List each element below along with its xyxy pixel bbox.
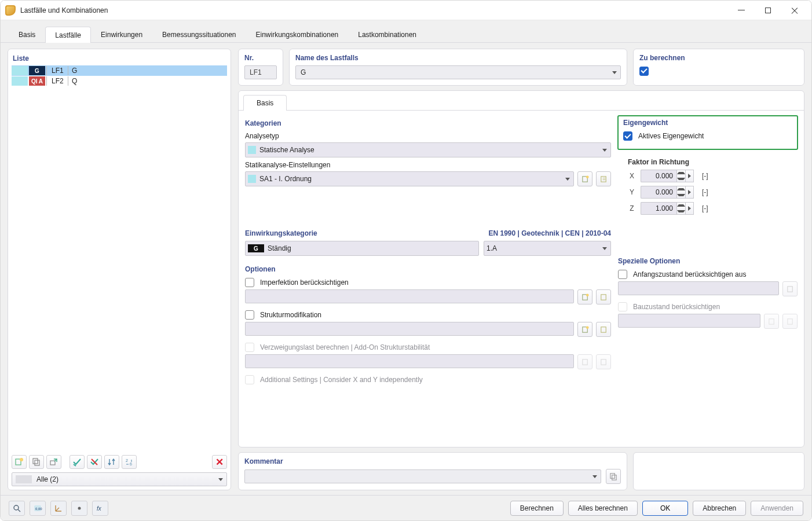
footer-axes-button[interactable] [50, 501, 67, 516]
checkbox[interactable] [245, 310, 254, 320]
detail-panel: Nr. LF1 Name des Lastfalls G Zu berechne… [238, 49, 804, 490]
nr-heading: Nr. [244, 53, 277, 65]
ek-category-dropdown[interactable]: G Ständig [245, 241, 479, 256]
list-row[interactable]: QI A LF2 Q [12, 76, 227, 86]
statik-new-button[interactable] [577, 171, 592, 186]
detail-columns: Kategorien Analysetyp Statische Analyse … [244, 115, 798, 441]
nr-value: LF1 [244, 65, 277, 79]
calc-card: Zu berechnen [633, 49, 804, 86]
opt-struktur[interactable]: Strukturmodifikation [245, 310, 611, 320]
svg-point-14 [586, 326, 588, 329]
optionen-heading: Optionen [245, 265, 611, 273]
checkbox[interactable] [245, 278, 254, 287]
copy-item-button[interactable] [29, 455, 44, 469]
svg-rect-2 [33, 458, 38, 464]
list-filter-dropdown[interactable]: Alle (2) [12, 472, 227, 486]
eigengewicht-checkbox[interactable] [623, 131, 632, 141]
faktor-x-spinner[interactable]: 0.000 [641, 170, 694, 182]
name-input[interactable]: G [295, 65, 621, 79]
svg-rect-21 [610, 473, 615, 478]
loadcase-id: LF1 [48, 67, 67, 75]
footer-search-button[interactable] [9, 501, 25, 516]
anwenden-button: Anwenden [751, 501, 803, 516]
faktor-z-spinner[interactable]: 1.000 [641, 202, 694, 215]
nr-card: Nr. LF1 [238, 49, 283, 86]
svg-rect-17 [601, 359, 605, 364]
kommentar-input[interactable] [244, 469, 601, 483]
filter-swatch [16, 475, 32, 483]
alles-berechnen-button[interactable]: Alles berechnen [568, 501, 638, 516]
struktur-edit-button[interactable] [596, 322, 611, 337]
tab-lastfaelle[interactable]: Lastfälle [45, 27, 91, 43]
footer-units-button[interactable]: 0,00 [30, 501, 46, 516]
analysetyp-label: Analysetyp [245, 132, 611, 140]
eigengewicht-box: Eigengewicht Aktives Eigengewicht [617, 115, 798, 150]
link-item-button[interactable] [46, 455, 61, 469]
spezielle-heading: Spezielle Optionen [618, 257, 798, 265]
kommentar-edit-button[interactable] [606, 469, 621, 484]
chevron-down-icon [602, 149, 607, 152]
statik-edit-button[interactable] [596, 171, 611, 186]
tab-lastkombinationen[interactable]: Lastkombinationen [348, 26, 426, 42]
svg-text:2: 2 [126, 458, 128, 463]
close-button[interactable] [781, 2, 808, 19]
struktur-slot [245, 322, 574, 336]
footer-fx-button[interactable]: fx [92, 501, 108, 516]
calc-checkbox[interactable] [639, 67, 649, 76]
new-item-button[interactable] [12, 455, 27, 469]
loadcase-tag: QI A [29, 76, 45, 86]
titlebar: Lastfälle und Kombinationen [1, 1, 811, 20]
faktor-x-row: X 0.000 [-] [628, 170, 798, 182]
minimize-button[interactable] [728, 2, 755, 19]
ok-button[interactable]: OK [642, 501, 688, 516]
tab-basis[interactable]: Basis [9, 26, 45, 42]
list-heading: Liste [12, 53, 227, 65]
eigengewicht-active-row[interactable]: Aktives Eigengewicht [623, 131, 792, 141]
name-card: Name des Lastfalls G [289, 49, 627, 86]
opt-imperfektion[interactable]: Imperfektion berücksichtigen [245, 278, 611, 287]
faktor-y-spinner[interactable]: 0.000 [641, 186, 694, 199]
footer-dot-button[interactable] [71, 501, 87, 516]
chevron-down-icon [612, 71, 617, 74]
loadcase-tag: G [29, 66, 45, 75]
faktor-heading: Faktor in Richtung [628, 158, 798, 166]
loadcase-id: LF2 [48, 77, 67, 85]
imperfektion-edit-button[interactable] [596, 289, 611, 304]
maximize-button[interactable] [755, 2, 781, 19]
eigengewicht-heading: Eigengewicht [623, 119, 792, 127]
tab-einwirkungen[interactable]: Einwirkungen [91, 26, 152, 42]
opt-bauzustand: Bauzustand berücksichtigen [618, 302, 798, 311]
svg-point-23 [14, 505, 19, 510]
chevron-down-icon [602, 247, 607, 250]
opt-verzweigung: Verzweigungslast berechnen | Add-On Stru… [245, 343, 611, 352]
checkbox [618, 302, 627, 311]
checkbox[interactable] [618, 270, 627, 279]
tab-einwirkungskombinationen[interactable]: Einwirkungskombinationen [246, 26, 349, 42]
opt-additional: Additional Settings | Consider X and Y i… [245, 375, 611, 384]
svg-point-11 [586, 293, 588, 296]
berechnen-button[interactable]: Berechnen [510, 501, 564, 516]
analysetyp-dropdown[interactable]: Statische Analyse [245, 142, 611, 157]
sort-button[interactable] [104, 455, 119, 469]
list-row[interactable]: G LF1 G [12, 65, 227, 76]
tab-bemessungssituationen[interactable]: Bemessungssituationen [152, 26, 246, 42]
ek-tag: G [248, 244, 264, 252]
window-title: Lastfälle und Kombinationen [20, 6, 108, 14]
abbrechen-button[interactable]: Abbrechen [693, 501, 746, 516]
opt-anfangszustand[interactable]: Anfangszustand berücksichtigen aus [618, 270, 798, 279]
svg-point-1 [20, 458, 23, 461]
inner-tab-basis[interactable]: Basis [243, 95, 287, 111]
struktur-new-button[interactable] [577, 322, 592, 337]
imperfektion-new-button[interactable] [577, 289, 592, 304]
deselect-all-button[interactable] [87, 455, 102, 469]
ek-code-dropdown[interactable]: 1.A [484, 241, 611, 256]
select-all-button[interactable] [70, 455, 85, 469]
delete-item-button[interactable]: ✕ [212, 455, 227, 469]
anfang-edit-button [782, 281, 798, 296]
statik-dropdown[interactable]: SA1 - I. Ordnung [245, 171, 574, 186]
faktor-z-row: Z 1.000 [-] [628, 202, 798, 215]
renumber-button[interactable]: 26 [122, 455, 137, 469]
svg-text:6: 6 [130, 462, 132, 466]
loadcase-name: Q [70, 77, 227, 85]
dialog-window: Lastfälle und Kombinationen Basis Lastfä… [0, 0, 812, 521]
